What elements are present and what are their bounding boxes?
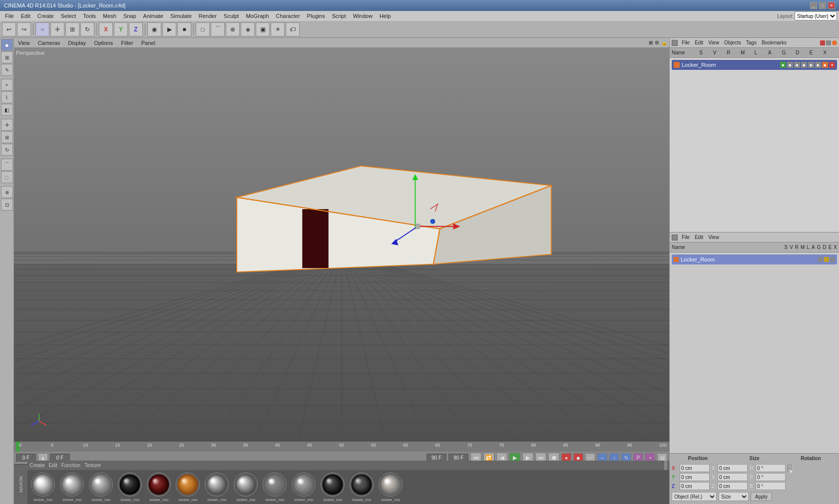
menu-simulate[interactable]: Simulate: [167, 12, 195, 19]
x-size-input[interactable]: [718, 464, 748, 472]
brush-tool-left[interactable]: ◌: [1, 171, 13, 183]
material-thumb-3[interactable]: locker_roo: [116, 473, 143, 504]
menu-mograph[interactable]: MoGraph: [243, 12, 272, 19]
om-view-menu[interactable]: View: [707, 40, 720, 45]
move-button[interactable]: ✛: [50, 22, 64, 36]
live-selection-button[interactable]: ○: [35, 22, 49, 36]
menu-edit[interactable]: Edit: [18, 12, 33, 19]
viewport-filter-menu[interactable]: Filter: [119, 39, 135, 46]
rotate-button[interactable]: ↻: [80, 22, 94, 36]
obj-ctrl-5[interactable]: ■: [808, 62, 814, 68]
tag-button[interactable]: 🏷: [286, 22, 300, 36]
material-thumb-2[interactable]: locker_roo: [87, 473, 114, 504]
material-scroll[interactable]: [664, 461, 667, 470]
menu-plugins[interactable]: Plugins: [304, 12, 328, 19]
x-pos-down[interactable]: ▼: [788, 468, 792, 472]
z-size-input[interactable]: [718, 482, 748, 490]
object-mode-select[interactable]: Object (Rel.): [672, 492, 717, 501]
layout-select[interactable]: Startup (User): [795, 11, 837, 20]
polygons-button[interactable]: ◧: [1, 104, 13, 116]
material-thumb-1[interactable]: locker_roo: [58, 473, 85, 504]
p-rotation-input[interactable]: [756, 473, 786, 481]
obj-ctrl-4[interactable]: ■: [801, 62, 807, 68]
object-row-locker-room[interactable]: Locker_Room ■ ■ ■ ■ ■ ■ ■ ✕: [672, 60, 837, 70]
material-thumb-4[interactable]: locker_roo: [145, 473, 172, 504]
timeline-ruler[interactable]: 0510152025303540455055606570758085909510…: [14, 442, 669, 452]
points-button[interactable]: •: [1, 79, 13, 91]
material-thumb-7[interactable]: locker_roo: [232, 473, 259, 504]
om-objects-menu[interactable]: Objects: [723, 40, 742, 45]
record-button[interactable]: ◉: [147, 22, 161, 36]
material-function-menu[interactable]: Function: [61, 463, 80, 468]
viewport-options-menu[interactable]: Options: [92, 39, 115, 46]
menu-create[interactable]: Create: [34, 12, 57, 19]
menu-snap[interactable]: Snap: [120, 12, 139, 19]
menu-sculpt[interactable]: Sculpt: [221, 12, 242, 19]
b-rotation-input[interactable]: [756, 482, 786, 490]
size-mode-select[interactable]: Size: [719, 492, 749, 501]
material-thumb-9[interactable]: locker_roo: [290, 473, 317, 504]
rotate-tool-left[interactable]: ↻: [1, 144, 13, 156]
viewport-view-menu[interactable]: View: [16, 39, 32, 46]
material-thumb-0[interactable]: locker_roo: [29, 473, 56, 504]
y-position-input[interactable]: [680, 473, 710, 481]
attr-ctrl-2[interactable]: [824, 257, 829, 262]
spline-button[interactable]: ⌒: [211, 22, 225, 36]
menu-window[interactable]: Window: [350, 12, 376, 19]
texture-mode-button[interactable]: ⊞: [1, 51, 13, 63]
z-axis-button[interactable]: Z: [129, 22, 143, 36]
om-edit-menu[interactable]: Edit: [694, 40, 704, 45]
apply-button[interactable]: Apply: [751, 492, 772, 501]
x-pos-up[interactable]: ▲: [788, 465, 792, 468]
material-thumb-5[interactable]: locker_roo: [174, 473, 201, 504]
move-tool-left[interactable]: ✛: [1, 119, 13, 131]
edges-button[interactable]: ⌇: [1, 91, 13, 103]
om-bookmarks-menu[interactable]: Bookmarks: [761, 40, 788, 45]
menu-render[interactable]: Render: [196, 12, 220, 19]
stop-button[interactable]: ■: [177, 22, 191, 36]
menu-script[interactable]: Script: [329, 12, 349, 19]
viewport-settings-icon[interactable]: ⚙: [655, 40, 659, 45]
attr-view-menu[interactable]: View: [707, 235, 720, 240]
attr-file-menu[interactable]: File: [681, 235, 691, 240]
minimize-button[interactable]: _: [810, 2, 817, 9]
obj-ctrl-6[interactable]: ■: [815, 62, 821, 68]
menu-help[interactable]: Help: [377, 12, 394, 19]
material-thumb-12[interactable]: locker_roo: [377, 473, 404, 504]
material-edit-menu[interactable]: Edit: [48, 463, 57, 468]
undo-button[interactable]: ↩: [2, 22, 16, 36]
close-button[interactable]: ✕: [828, 2, 835, 9]
camera-button[interactable]: ▣: [256, 22, 270, 36]
attr-locker-row[interactable]: Locker_Room: [672, 254, 837, 264]
viewport-3d[interactable]: Perspective: [14, 48, 669, 441]
attr-ctrl-1[interactable]: [818, 257, 823, 262]
attr-edit-menu[interactable]: Edit: [694, 235, 704, 240]
menu-file[interactable]: File: [2, 12, 17, 19]
menu-select[interactable]: Select: [58, 12, 79, 19]
symmetry-button[interactable]: ⊡: [1, 199, 13, 211]
obj-ctrl-2[interactable]: ■: [787, 62, 793, 68]
y-size-input[interactable]: [718, 473, 748, 481]
viewport-maximize-icon[interactable]: ⊠: [649, 40, 653, 45]
material-texture-menu[interactable]: Texture: [84, 463, 101, 468]
h-rotation-input[interactable]: [756, 464, 786, 472]
obj-ctrl-8[interactable]: ✕: [829, 62, 835, 68]
om-tags-menu[interactable]: Tags: [745, 40, 758, 45]
magnet-button[interactable]: ⊛: [1, 186, 13, 198]
material-create-menu[interactable]: Create: [29, 463, 44, 468]
redo-button[interactable]: ↪: [17, 22, 31, 36]
viewport-display-menu[interactable]: Display: [66, 39, 88, 46]
material-thumb-11[interactable]: locker_roo: [348, 473, 375, 504]
obj-ctrl-7[interactable]: ■: [822, 62, 828, 68]
y-axis-button[interactable]: Y: [114, 22, 128, 36]
menu-mesh[interactable]: Mesh: [100, 12, 119, 19]
maximize-button[interactable]: □: [819, 2, 826, 9]
light-button[interactable]: ☀: [271, 22, 285, 36]
paint-mode-button[interactable]: ✎: [1, 64, 13, 76]
menu-character[interactable]: Character: [273, 12, 303, 19]
x-axis-button[interactable]: X: [99, 22, 113, 36]
attr-ctrl-3[interactable]: [830, 257, 835, 262]
play-button[interactable]: ▶: [162, 22, 176, 36]
model-mode-button[interactable]: ■: [1, 39, 13, 51]
obj-ctrl-3[interactable]: ■: [794, 62, 800, 68]
